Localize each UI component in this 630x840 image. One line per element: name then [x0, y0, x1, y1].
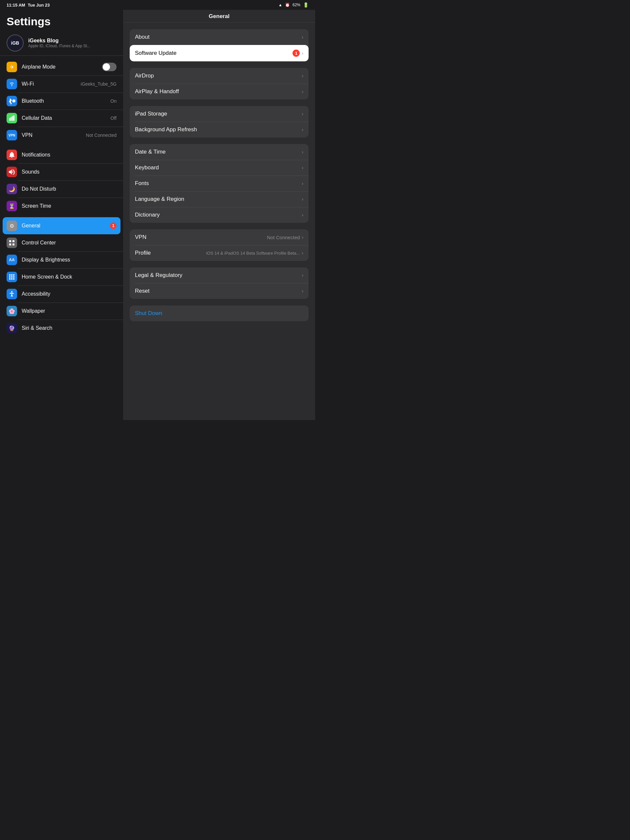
reset-label: Reset: [135, 288, 302, 294]
ipad-storage-chevron: ›: [302, 111, 303, 117]
legal-chevron: ›: [302, 273, 303, 278]
main-group-datetime: Date & Time › Keyboard › Fonts › Languag…: [130, 144, 309, 223]
profile-main-label: Profile: [135, 250, 206, 256]
main-panel: General About › Software Update 1 › AirD…: [123, 10, 315, 420]
sidebar-item-general[interactable]: ⚙ General 1: [3, 217, 120, 234]
airplay-label: AirPlay & Handoff: [135, 88, 302, 95]
sidebar-value-vpn: Not Connected: [86, 133, 117, 138]
main-item-date-time[interactable]: Date & Time ›: [130, 144, 309, 160]
status-date: Tue Jun 23: [28, 3, 50, 8]
siri-icon: 🔮: [6, 323, 17, 333]
sidebar-group-notifications: Notifications Sounds 🌙 Do Not Disturb ⏳ …: [0, 146, 123, 215]
profile-info: iGeeks Blog Apple ID, iCloud, iTunes & A…: [28, 38, 90, 48]
svg-rect-16: [13, 278, 14, 279]
sidebar-item-bluetooth[interactable]: ✱ Bluetooth On: [0, 93, 123, 110]
about-label: About: [135, 34, 302, 40]
notifications-icon: [6, 150, 17, 160]
profile-name: iGeeks Blog: [28, 38, 90, 44]
svg-rect-12: [11, 276, 13, 278]
vpn-main-chevron: ›: [302, 235, 303, 240]
sidebar-item-display[interactable]: AA Display & Brightness: [0, 251, 123, 268]
software-update-chevron: ›: [302, 51, 303, 56]
main-item-software-update[interactable]: Software Update 1 ›: [130, 45, 309, 62]
sidebar-label-accessibility: Accessibility: [22, 291, 117, 297]
sidebar-group-connectivity: ✈ Airplane Mode Wi-Fi iGeeks_Tube_5G ✱ B…: [0, 58, 123, 144]
main-group-airdrop: AirDrop › AirPlay & Handoff ›: [130, 68, 309, 99]
legal-label: Legal & Regulatory: [135, 272, 302, 279]
main-item-keyboard[interactable]: Keyboard ›: [130, 160, 309, 175]
language-region-label: Language & Region: [135, 196, 302, 202]
svg-rect-11: [9, 276, 11, 278]
svg-rect-14: [9, 278, 11, 279]
sidebar-item-wifi[interactable]: Wi-Fi iGeeks_Tube_5G: [0, 76, 123, 93]
date-time-label: Date & Time: [135, 148, 302, 155]
airdrop-chevron: ›: [302, 73, 303, 79]
svg-rect-5: [13, 240, 14, 242]
battery-text: 62%: [293, 3, 301, 7]
do-not-disturb-icon: 🌙: [6, 184, 17, 194]
main-item-background-refresh[interactable]: Background App Refresh ›: [130, 122, 309, 137]
sidebar-item-wallpaper[interactable]: 🌸 Wallpaper: [0, 303, 123, 320]
main-item-reset[interactable]: Reset ›: [130, 283, 309, 299]
main-layout: Settings iGB iGeeks Blog Apple ID, iClou…: [0, 10, 315, 420]
sidebar-label-control-center: Control Center: [22, 240, 117, 246]
main-item-about[interactable]: About ›: [130, 29, 309, 45]
sidebar-item-sounds[interactable]: Sounds: [0, 163, 123, 180]
sidebar: Settings iGB iGeeks Blog Apple ID, iClou…: [0, 10, 123, 420]
main-item-ipad-storage[interactable]: iPad Storage ›: [130, 106, 309, 122]
shutdown-label: Shut Down: [135, 310, 162, 317]
svg-rect-10: [13, 274, 14, 276]
main-item-vpn[interactable]: VPN Not Connected ›: [130, 229, 309, 245]
sidebar-item-screen-time[interactable]: ⏳ Screen Time: [0, 197, 123, 215]
sidebar-label-bluetooth: Bluetooth: [22, 98, 106, 104]
profile-chevron: ›: [302, 250, 303, 256]
sidebar-group-general: ⚙ General 1 Control Center AA Display & …: [0, 217, 123, 337]
main-item-language-region[interactable]: Language & Region ›: [130, 191, 309, 207]
profile-row[interactable]: iGB iGeeks Blog Apple ID, iCloud, iTunes…: [0, 30, 123, 56]
main-item-dictionary[interactable]: Dictionary ›: [130, 207, 309, 223]
dictionary-label: Dictionary: [135, 212, 302, 218]
sidebar-item-notifications[interactable]: Notifications: [0, 146, 123, 163]
general-badge: 1: [110, 223, 117, 229]
about-chevron: ›: [302, 35, 303, 40]
status-bar: 11:15 AM Tue Jun 23 ▲ ⏰ 62% 🔋: [0, 0, 315, 10]
background-refresh-label: Background App Refresh: [135, 126, 302, 133]
sidebar-item-accessibility[interactable]: Accessibility: [0, 286, 123, 303]
airplay-chevron: ›: [302, 89, 303, 94]
sidebar-label-siri: Siri & Search: [22, 325, 117, 331]
sidebar-item-control-center[interactable]: Control Center: [0, 234, 123, 251]
sidebar-item-home-screen[interactable]: Home Screen & Dock: [0, 268, 123, 286]
dictionary-chevron: ›: [302, 212, 303, 218]
main-item-airdrop[interactable]: AirDrop ›: [130, 68, 309, 84]
main-item-legal[interactable]: Legal & Regulatory ›: [130, 267, 309, 283]
sidebar-item-do-not-disturb[interactable]: 🌙 Do Not Disturb: [0, 180, 123, 197]
reset-chevron: ›: [302, 289, 303, 294]
vpn-main-value: Not Connected: [267, 235, 300, 240]
sidebar-label-screen-time: Screen Time: [22, 203, 117, 209]
sidebar-item-cellular[interactable]: Cellular Data Off: [0, 110, 123, 127]
date-time-chevron: ›: [302, 149, 303, 155]
home-screen-icon: [6, 272, 17, 282]
sidebar-label-display: Display & Brightness: [22, 257, 117, 263]
keyboard-chevron: ›: [302, 165, 303, 170]
sidebar-item-airplane-mode[interactable]: ✈ Airplane Mode: [0, 58, 123, 76]
vpn-main-label: VPN: [135, 234, 267, 240]
display-icon: AA: [6, 255, 17, 265]
main-item-fonts[interactable]: Fonts ›: [130, 175, 309, 191]
sidebar-label-sounds: Sounds: [22, 169, 117, 175]
svg-rect-15: [11, 278, 13, 279]
main-item-shutdown[interactable]: Shut Down: [130, 305, 309, 321]
main-header: General: [123, 10, 315, 23]
sidebar-item-siri[interactable]: 🔮 Siri & Search: [0, 320, 123, 337]
wifi-icon: [6, 79, 17, 89]
svg-rect-13: [13, 276, 14, 278]
sidebar-item-vpn[interactable]: VPN VPN Not Connected: [0, 127, 123, 144]
screen-time-icon: ⏳: [6, 201, 17, 211]
svg-rect-2: [12, 116, 13, 121]
airplane-mode-toggle[interactable]: [102, 63, 117, 71]
software-update-badge: 1: [293, 49, 300, 57]
main-item-profile[interactable]: Profile iOS 14 & iPadOS 14 Beta Software…: [130, 245, 309, 261]
main-item-airplay[interactable]: AirPlay & Handoff ›: [130, 84, 309, 99]
main-group-shutdown: Shut Down: [130, 305, 309, 321]
main-group-vpn: VPN Not Connected › Profile iOS 14 & iPa…: [130, 229, 309, 261]
